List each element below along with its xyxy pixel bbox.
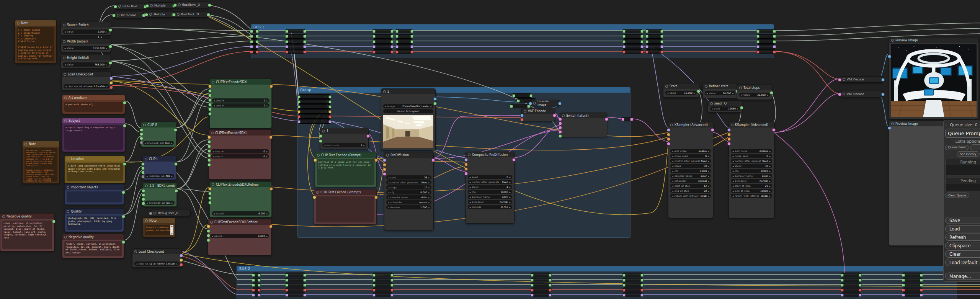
reroute-slot[interactable] (645, 45, 648, 48)
reroute-node[interactable] (286, 288, 305, 292)
widget-decrement-icon[interactable]: ◀ (388, 206, 389, 209)
reroute-slot[interactable] (256, 45, 259, 48)
reroute-slot[interactable] (395, 30, 399, 33)
reroute-node[interactable] (286, 44, 305, 49)
output-slot[interactable] (122, 215, 125, 218)
reroute-slot[interactable] (372, 284, 376, 287)
reroute-node[interactable] (623, 39, 642, 44)
node-switch-latent[interactable]: Switch (latent) (560, 113, 607, 137)
node-titlebar[interactable]: Note (23, 141, 59, 147)
collapse-icon[interactable] (63, 57, 65, 59)
reroute-slot[interactable] (660, 40, 663, 43)
input-slot[interactable] (140, 137, 143, 140)
reroute-slot[interactable] (372, 274, 376, 277)
widget-increment-icon[interactable]: ▶ (509, 191, 511, 193)
collapse-icon[interactable] (524, 110, 526, 113)
reroute-slot[interactable] (390, 35, 394, 38)
reroute-node[interactable] (646, 49, 662, 54)
menu-drag-row[interactable]: ⣿ Queue size: 0 (945, 122, 980, 129)
node-titlebar[interactable]: seed _O (708, 101, 742, 106)
widget-increment-icon[interactable]: ▶ (769, 160, 771, 162)
reroute-slot[interactable] (285, 40, 288, 43)
reroute-slot[interactable] (773, 40, 776, 43)
output-slot[interactable] (881, 78, 885, 82)
output-slot[interactable] (123, 101, 126, 105)
reroute-node[interactable] (531, 292, 550, 297)
reroute-node[interactable] (298, 104, 330, 109)
widget-increment-icon[interactable]: ▶ (106, 64, 107, 66)
widget-linebreak_addition[interactable]: ◀linebreak_additionfalse▶ (143, 141, 174, 145)
node-clip-l[interactable]: CLIP L◀linebreak_additionfalse▶ (142, 156, 176, 180)
widget-decrement-icon[interactable]: ◀ (388, 201, 389, 204)
reroute-node[interactable] (286, 292, 305, 297)
reroute-slot[interactable] (372, 294, 376, 297)
reroute-slot[interactable] (303, 30, 306, 33)
reroute-node[interactable] (396, 29, 412, 33)
reroute-slot[interactable] (645, 30, 648, 33)
node-clip-encode-sdxl-pos[interactable]: CLIPTextEncodeSDXL◀crop_w0▶◀crop_h0▶ (209, 79, 272, 128)
widget-decrement-icon[interactable]: ◀ (732, 150, 734, 152)
reroute-slot[interactable] (621, 118, 624, 121)
widget-Value[interactable]: ◀Value768.000▶ (63, 62, 109, 67)
reroute-slot[interactable] (328, 110, 332, 113)
widget-crop_h[interactable]: ◀crop_h0▶ (212, 103, 270, 108)
collapse-icon[interactable] (118, 5, 121, 8)
node-titlebar[interactable]: CLIP Text Encode (Prompt) (315, 152, 376, 158)
reroute-slot[interactable] (250, 35, 253, 38)
collapse-icon[interactable] (212, 183, 214, 186)
widget-noise_seed[interactable]: ◀noise_seed0▶ (731, 154, 772, 158)
widget-crop_w[interactable]: ◀crop_w0▶ (212, 98, 270, 103)
collapse-icon[interactable] (145, 185, 148, 187)
node-total-steps[interactable]: Total steps◀Value30.000▶ (737, 85, 772, 100)
reroute-slot[interactable] (252, 289, 255, 292)
reroute-node[interactable] (286, 278, 305, 282)
node-negative-quality-2[interactable]: Negative qualitycomic, cartoon, illustra… (0, 213, 54, 252)
reroute-node[interactable] (623, 278, 642, 282)
input-slot[interactable] (208, 85, 212, 88)
output-slot[interactable] (711, 128, 714, 132)
collapse-icon[interactable] (670, 124, 673, 126)
widget-scheduler[interactable]: ◀schedulernormal▶ (386, 200, 431, 204)
reroute-node[interactable] (531, 283, 550, 287)
collapse-icon[interactable] (64, 119, 67, 122)
reroute-slot[interactable] (645, 51, 648, 54)
output-slot[interactable] (109, 28, 112, 32)
widget-increment-icon[interactable]: ▶ (708, 195, 709, 197)
widget-decrement-icon[interactable]: ◀ (213, 100, 215, 102)
reroute-node[interactable] (251, 39, 258, 44)
node-prediffusion[interactable]: PreDiffusion◀seed35▶◀control_after_gener… (384, 152, 434, 230)
reroute-slot[interactable] (640, 284, 644, 287)
widget-crop_w[interactable]: ◀crop_w0▶ (211, 149, 269, 154)
reroute-node[interactable] (298, 109, 330, 114)
output-slot[interactable] (772, 128, 776, 132)
collapse-icon[interactable] (731, 124, 733, 126)
reroute-slot[interactable] (372, 289, 376, 292)
reroute-slot[interactable] (549, 284, 552, 287)
input-slot[interactable] (319, 139, 322, 143)
reroute-node[interactable] (286, 283, 305, 287)
node-subject[interactable]: Subjecta squid repairing a computer usin… (62, 118, 125, 152)
output-slot[interactable] (433, 102, 437, 105)
text-widget[interactable]: photograph, 8k, UHD, detailed, film grai… (67, 216, 122, 230)
input-slot[interactable] (207, 154, 211, 157)
node-multiply-2[interactable]: Multiply (146, 11, 174, 18)
reroute-slot[interactable] (297, 100, 301, 103)
widget-decrement-icon[interactable]: ◀ (388, 191, 389, 194)
widget-ascore[interactable]: ◀ascore6.000▶ (212, 211, 270, 216)
widget-start_at_step[interactable]: ◀start_at_step20▶ (731, 184, 772, 188)
collapse-icon[interactable] (533, 102, 536, 105)
comfyui-canvas[interactable]: ⣿ Queue size: 0 Queue Prompt Extra optio… (0, 0, 980, 299)
widget-decrement-icon[interactable]: ◀ (672, 155, 673, 157)
collapse-icon[interactable] (211, 132, 214, 134)
node-titlebar[interactable]: Note (15, 20, 56, 26)
widget-increment-icon[interactable]: ▶ (708, 185, 709, 187)
reroute-node[interactable] (373, 283, 392, 287)
output-slot[interactable] (697, 90, 700, 93)
node-titlebar[interactable]: Start (663, 83, 699, 89)
output-slot[interactable] (553, 114, 556, 117)
widget-decrement-icon[interactable]: ◀ (469, 186, 471, 188)
widget-decrement-icon[interactable]: ◀ (732, 175, 734, 177)
output-slot[interactable] (374, 158, 378, 162)
widget-decrement-icon[interactable]: ◀ (712, 108, 713, 110)
collapse-icon[interactable] (145, 158, 147, 160)
